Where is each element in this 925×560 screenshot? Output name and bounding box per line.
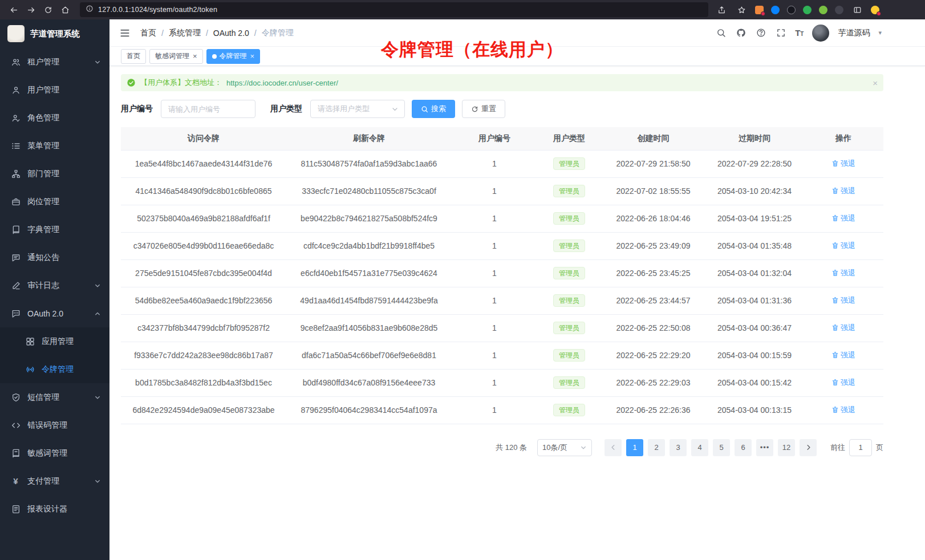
user-type-badge: 管理员: [553, 404, 585, 416]
sidebar-item-role[interactable]: 角色管理: [0, 104, 109, 132]
access-token-cell: 54d6be82ee5a460a9aedc1f9bf223656: [121, 287, 286, 314]
goto-page-input[interactable]: [849, 439, 872, 456]
tab-敏感词管理[interactable]: 敏感词管理×: [149, 49, 203, 64]
share-icon[interactable]: [715, 2, 728, 17]
sidebar-item-oauth2[interactable]: OAuth 2.0: [0, 299, 109, 327]
hamburger-icon[interactable]: [119, 27, 131, 39]
font-size-icon[interactable]: TT: [795, 29, 804, 37]
pager-more-button[interactable]: •••: [756, 439, 773, 456]
doc-link[interactable]: https://doc.iocoder.cn/user-center/: [226, 79, 338, 87]
pager-page-5[interactable]: 5: [713, 439, 730, 456]
user-type-placeholder: 请选择用户类型: [318, 104, 370, 114]
forward-button[interactable]: [23, 2, 39, 17]
pager-page-1[interactable]: 1: [626, 439, 643, 456]
account-badge: [877, 11, 881, 16]
sidebar-item-menu[interactable]: 菜单管理: [0, 132, 109, 160]
chevron-down-icon[interactable]: ▾: [878, 29, 882, 36]
sidebar-item-report-designer[interactable]: 报表设计器: [0, 495, 109, 523]
fullscreen-icon[interactable]: [775, 27, 786, 39]
sidebar-item-sensitive-word[interactable]: 敏感词管理: [0, 439, 109, 467]
force-logout-button[interactable]: 强退: [831, 323, 855, 333]
sidebar-toggle-icon[interactable]: [851, 2, 863, 17]
reload-button[interactable]: [40, 2, 56, 17]
close-icon[interactable]: ×: [873, 79, 878, 87]
force-logout-button[interactable]: 强退: [831, 378, 855, 388]
sidebar-menu: 租户管理用户管理角色管理菜单管理部门管理岗位管理字典管理通知公告审计日志OAut…: [0, 48, 109, 523]
extension-badge: [761, 11, 765, 16]
force-logout-button[interactable]: 强退: [831, 159, 855, 169]
sidebar-item-user[interactable]: 用户管理: [0, 76, 109, 104]
user-type-badge: 管理员: [553, 267, 585, 279]
app-logo[interactable]: 芋道管理系统: [0, 19, 109, 48]
user-id-cell: 1: [452, 205, 537, 232]
sidebar-item-tenant[interactable]: 租户管理: [0, 48, 109, 76]
sidebar-item-notice[interactable]: 通知公告: [0, 244, 109, 271]
github-icon[interactable]: [735, 27, 747, 39]
sidebar-item-audit-log[interactable]: 审计日志: [0, 271, 109, 299]
sidebar-item-oauth2-app[interactable]: 应用管理: [0, 327, 109, 355]
extension-icon[interactable]: [787, 6, 796, 14]
user-type-select[interactable]: 请选择用户类型: [310, 100, 405, 118]
page-size-select[interactable]: 10条/页: [537, 439, 592, 456]
home-button[interactable]: [57, 2, 73, 17]
sidebar-item-error-code[interactable]: 错误码管理: [0, 411, 109, 439]
extension-icon[interactable]: [835, 6, 843, 14]
refresh-token-cell: dfa6c71a50a54c66bef706ef9e6e8d81: [286, 342, 452, 369]
dict-icon: [11, 225, 21, 234]
pager-page-3[interactable]: 3: [670, 439, 687, 456]
sidebar-item-oauth2-token[interactable]: 令牌管理: [0, 355, 109, 383]
reset-button[interactable]: 重置: [462, 100, 505, 118]
menu-icon: [11, 141, 21, 151]
extension-icon[interactable]: [771, 6, 780, 14]
breadcrumb-item[interactable]: OAuth 2.0: [213, 29, 249, 38]
username[interactable]: 芋道源码: [838, 28, 870, 38]
search-button[interactable]: 搜索: [412, 100, 455, 118]
next-page-button[interactable]: [800, 439, 817, 456]
sidebar-item-pay[interactable]: ¥支付管理: [0, 467, 109, 495]
breadcrumb-item[interactable]: 系统管理: [169, 28, 201, 38]
help-icon[interactable]: [755, 27, 766, 39]
force-logout-button[interactable]: 强退: [831, 268, 855, 278]
close-icon[interactable]: ×: [193, 52, 197, 60]
role-icon: [11, 113, 21, 123]
account-avatar-icon[interactable]: [871, 6, 879, 14]
pager-page-2[interactable]: 2: [648, 439, 665, 456]
force-logout-button[interactable]: 强退: [831, 186, 855, 196]
sidebar-item-dict[interactable]: 字典管理: [0, 216, 109, 244]
force-logout-button[interactable]: 强退: [831, 295, 855, 306]
pager-page-6[interactable]: 6: [735, 439, 752, 456]
extension-icon[interactable]: [819, 6, 827, 14]
sidebar-item-dept[interactable]: 部门管理: [0, 160, 109, 188]
sidebar-item-post[interactable]: 岗位管理: [0, 188, 109, 216]
pager-page-4[interactable]: 4: [691, 439, 708, 456]
close-icon[interactable]: ×: [250, 52, 255, 60]
expire-time-cell: 2054-03-10 20:42:34: [705, 177, 804, 205]
force-logout-button[interactable]: 强退: [831, 241, 855, 251]
pager-page-12[interactable]: 12: [778, 439, 795, 456]
address-bar[interactable]: 127.0.0.1:1024/system/oauth2/token: [80, 2, 708, 17]
extension-icon[interactable]: [755, 6, 764, 14]
force-logout-button[interactable]: 强退: [831, 213, 855, 224]
user-avatar[interactable]: [812, 25, 829, 42]
refresh-token-cell: be90422b8c7946218275a508bf524fc9: [286, 205, 452, 232]
tab-令牌管理[interactable]: 令牌管理×: [206, 49, 261, 64]
user-id-input[interactable]: [161, 100, 255, 118]
table-header-row: 访问令牌刷新令牌用户编号用户类型创建时间过期时间操作: [121, 127, 883, 150]
tab-首页[interactable]: 首页: [121, 49, 146, 64]
back-button[interactable]: [6, 2, 22, 17]
search-icon[interactable]: [715, 27, 727, 39]
column-header: 创建时间: [601, 127, 705, 150]
sidebar-item-sms[interactable]: 短信管理: [0, 383, 109, 411]
prev-page-button[interactable]: [605, 439, 622, 456]
force-logout-button[interactable]: 强退: [831, 350, 855, 360]
breadcrumb-item[interactable]: 首页: [140, 28, 156, 38]
user-id-cell: 1: [452, 369, 537, 396]
oauth-icon: [11, 309, 21, 318]
refresh-token-cell: 8796295f04064c2983414cc54af1097a: [286, 396, 452, 424]
delete-icon: [831, 406, 839, 413]
extension-icon[interactable]: [803, 6, 812, 14]
user-icon: [11, 85, 21, 95]
force-logout-button[interactable]: 强退: [831, 405, 855, 415]
site-info-icon[interactable]: [86, 5, 94, 15]
bookmark-star-icon[interactable]: [735, 2, 748, 17]
